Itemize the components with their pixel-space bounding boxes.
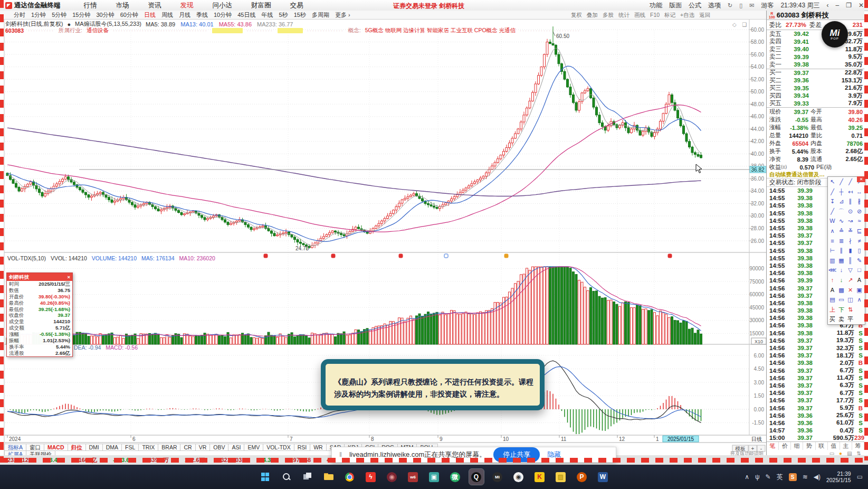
pane-corner-icons[interactable]: ◇ ❑ [732,22,749,27]
taskbar-icon-file-explorer[interactable] [321,469,336,485]
ask-row[interactable]: 卖五39.4229.6万 [767,30,864,38]
drawing-tool-icon[interactable]: ↓ [837,265,846,275]
drawing-tool-icon[interactable]: ▯ [855,246,864,256]
taskbar-icon-chrome[interactable] [342,469,357,485]
drawing-tool-icon[interactable]: ≠ [855,236,864,246]
drawing-tool-icon[interactable]: ◫ [846,295,855,305]
quote-tab-笔[interactable]: 笔 [767,442,779,450]
drawing-tool-icon[interactable]: 平 [846,314,855,324]
drawing-tool-icon[interactable]: ╱ [828,206,837,217]
drawing-tool-icon[interactable]: ≡ [828,236,837,246]
quote-tab-价[interactable]: 价 [779,442,791,450]
drawing-tool-icon[interactable]: ∧ [855,295,864,305]
quote-tab-联[interactable]: 联 [816,442,828,450]
indicator-tab-DMI[interactable]: DMI [86,444,103,451]
taskbar-icon-app-p[interactable]: P [575,469,589,485]
ask-row[interactable]: 卖四39.4132.7万 [767,38,864,46]
chart-canvas[interactable]: 60.0058.0056.0054.0052.0050.0048.0046.00… [0,0,868,489]
quote-tab-筹[interactable]: 筹 [852,442,864,450]
indicator-tab-MACD[interactable]: MACD [44,444,68,451]
ask-row[interactable]: 卖三39.4011.8万 [767,45,864,53]
drawing-tool-icon[interactable]: ↤ [846,187,855,197]
taskbar-icon-search[interactable] [279,469,294,485]
quote-tab-主[interactable]: 主 [840,442,852,450]
taskbar-icon-wps[interactable]: w6 [406,469,421,485]
quote-code-name[interactable]: 603083 剑桥科技 [777,11,829,20]
quote-tab-势[interactable]: 势 [803,442,815,450]
taskbar-icon-start[interactable] [258,469,273,485]
indicator-tab-RSI[interactable]: RSI [294,444,311,451]
drawing-tool-icon[interactable]: ↝ [846,216,855,226]
drawing-tool-icon[interactable]: ▩ [837,285,846,295]
panel-icon-1[interactable]: ● [839,450,842,456]
drawing-tool-icon[interactable]: ↔ [855,187,864,197]
hide-share-link[interactable]: 隐藏 [547,450,561,459]
drawing-tool-icon[interactable]: ▣ [855,285,864,295]
drawing-tool-icon[interactable]: ║ [846,256,855,266]
taskbar-icon-kk[interactable]: K [532,469,547,485]
drawing-tool-icon[interactable]: ≙ [837,226,846,236]
indicator-tab-指标A[interactable]: 指标A [4,444,26,451]
drawing-tool-icon[interactable]: ⌒ [837,206,846,217]
drawing-tool-icon[interactable]: A [855,275,864,285]
indicator-tab-OBV[interactable]: OBV [210,444,228,451]
drawing-tool-icon[interactable]: ≈ [855,216,864,226]
indicator-tab-VOL-TDX[interactable]: VOL-TDX [263,444,294,451]
drawing-tool-icon[interactable]: ↖ [828,177,837,187]
panel-icon-0[interactable]: ▭ [829,450,834,456]
drawing-tool-icon[interactable]: ∿ [837,216,846,226]
taskbar-icon-sticky-notes[interactable]: ▨ [554,469,568,485]
stop-share-button[interactable]: 停止共享 [493,447,540,462]
drawing-tool-icon[interactable]: ⊙ [846,206,855,217]
drawing-tool-icon[interactable]: ⇅ [846,305,855,315]
drawing-tool-icon[interactable]: ↗ [846,275,855,285]
drawing-tool-icon[interactable]: ∧ [828,226,837,236]
tray-clock[interactable]: 21:392025/1/15 [826,471,851,483]
drawing-tool-icon[interactable]: A [828,285,837,295]
indicator-tab-FSL[interactable]: FSL [122,444,139,451]
indicator-tab-CR[interactable]: CR [180,444,195,451]
drawing-tool-icon[interactable]: 上 [828,305,837,315]
drawing-tool-icon[interactable]: ↧ [828,196,837,206]
drawing-tool-icon[interactable]: ∤ [846,236,855,246]
taskbar-icon-camera[interactable]: ◉ [511,469,526,485]
concept-tags[interactable]: 5G概念 物联网 边缘计算 智能家居 工业互联 CPO概念 光通信 [365,27,516,34]
bid-row[interactable]: 买四39.343.9万 [767,92,864,100]
drawing-tool-icon[interactable]: ≚ [846,226,855,236]
drawing-tool-icon[interactable]: □ [855,265,864,275]
industry-value[interactable]: 通信设备 [87,27,109,34]
indicator-tab-EMV[interactable]: EMV [244,444,263,451]
bid-row[interactable]: 买五39.337.9万 [767,100,864,108]
drawing-tool-icon[interactable]: ⊢ [828,246,837,256]
drawing-tool-icon[interactable]: ⊘ [855,206,864,217]
drawing-tool-icon[interactable]: ╱ [837,177,846,187]
drawing-tool-icon[interactable]: ∥ [846,196,855,206]
indicator-tab-WR[interactable]: WR [310,444,327,451]
indicator-tab-TRIX[interactable]: TRIX [139,444,158,451]
drawing-tool-icon[interactable]: ┼ [837,187,846,197]
drawing-tool-icon[interactable]: 买 [828,314,837,324]
drawing-tool-icon[interactable]: ⊑ [855,226,864,236]
drawing-tool-icon[interactable]: ▽ [846,265,855,275]
tray-icon-5[interactable]: ≋ [803,473,808,481]
taskbar-icon-app-teal[interactable]: ▣ [427,469,442,485]
panel-icon-3[interactable]: ⇅ [857,450,861,456]
bid-row[interactable]: 买一39.3722.8万 [767,69,864,77]
indicator-tab-BRAR[interactable]: BRAR [158,444,180,451]
drawing-tool-icon[interactable]: ▤ [828,295,837,305]
indicator-tab-DMA[interactable]: DMA [103,444,122,451]
drawing-tool-icon[interactable] [855,314,864,324]
taskbar-icon-tdx[interactable]: ϟ [364,469,378,485]
tray-icon-0[interactable]: ∧ [745,473,749,481]
quote-tab-细[interactable]: 细 [791,442,803,450]
bid-row[interactable]: 买二39.36153.1万 [767,77,864,84]
drawing-tool-icon[interactable]: W [828,216,837,226]
drawing-tool-icon[interactable]: ▥ [828,256,837,266]
drawing-tool-icon[interactable]: ╱ [828,187,837,197]
bid-row[interactable]: 买三39.3521.6万 [767,84,864,92]
ask-row[interactable]: 卖一39.3835.0万 [767,61,864,69]
drawing-tool-icon[interactable]: ✕ [846,285,855,295]
drawing-tool-icon[interactable]: ↓ [837,275,846,285]
close-icon[interactable]: × [67,273,70,281]
taskbar-icon-qq[interactable]: Q [469,469,484,485]
